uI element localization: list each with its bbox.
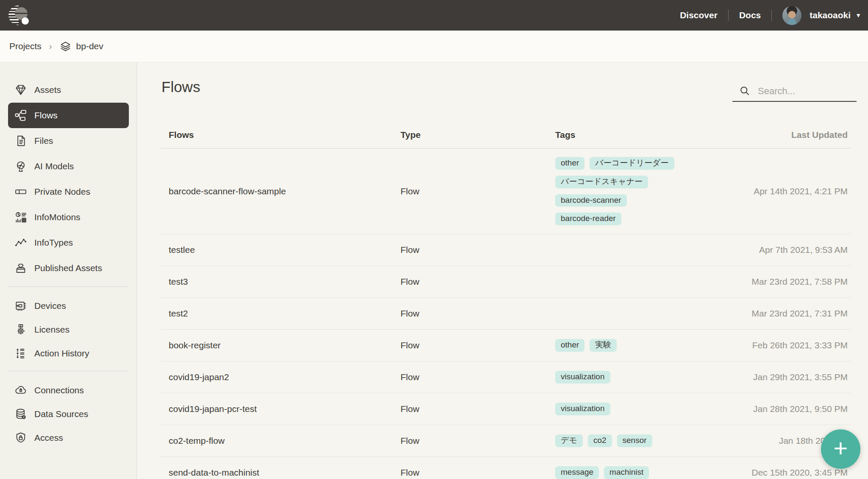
flow-type: Flow — [401, 468, 555, 478]
tag-chip: 実験 — [590, 339, 617, 352]
sidebar-item-label: Licenses — [34, 325, 70, 335]
ai-model-icon — [14, 160, 27, 173]
sidebar-item-files[interactable]: Files — [8, 128, 129, 154]
flow-last-updated: Mar 23rd 2021, 7:58 PM — [737, 277, 848, 287]
sidebar-item-private-nodes[interactable]: Private Nodes — [8, 179, 129, 204]
user-menu[interactable]: takaoaoki — [810, 10, 851, 20]
flow-name[interactable]: book-register — [169, 340, 401, 350]
flow-type: Flow — [401, 186, 555, 196]
flow-last-updated: Apr 7th 2021, 9:53 AM — [737, 245, 848, 255]
sidebar-item-ai-models[interactable]: AI Models — [8, 154, 129, 179]
sidebar-item-data-sources[interactable]: Data Sources — [8, 402, 129, 426]
table-row[interactable]: covid19-japan-pcr-test Flow visualizatio… — [160, 393, 851, 425]
sidebar-item-label: Devices — [34, 301, 66, 311]
table-body: barcode-scanner-flow-sample Flow otherバー… — [160, 148, 851, 479]
connection-icon — [14, 384, 27, 397]
page-title: Flows — [161, 78, 200, 95]
tag-chip: visualization — [555, 403, 610, 415]
sidebar-item-label: Access — [34, 433, 63, 443]
flow-tags: visualization — [555, 371, 737, 384]
tag-chip: message — [555, 466, 599, 479]
tag-chip: visualization — [555, 371, 610, 384]
flow-name[interactable]: barcode-scanner-flow-sample — [169, 186, 401, 196]
enebular-logo-icon[interactable] — [8, 4, 31, 26]
device-icon — [14, 300, 27, 312]
sidebar-item-label: InfoMotions — [34, 212, 81, 222]
node-icon — [14, 185, 27, 198]
sidebar-item-connections[interactable]: Connections — [8, 378, 129, 402]
table-row[interactable]: co2-temp-flow Flow デモco2sensor Jan 18th … — [160, 425, 851, 457]
layers-icon — [60, 41, 71, 52]
table-row[interactable]: barcode-scanner-flow-sample Flow otherバー… — [160, 148, 851, 234]
sidebar-item-label: Files — [34, 136, 53, 146]
nav-discover[interactable]: Discover — [680, 10, 718, 20]
flow-type: Flow — [401, 245, 555, 255]
sidebar-item-label: Connections — [34, 385, 84, 395]
sidebar-divider — [8, 371, 128, 371]
table-row[interactable]: covid19-japan2 Flow visualization Jan 29… — [160, 361, 851, 393]
user-avatar[interactable] — [782, 6, 801, 25]
tag-chip: デモ — [555, 434, 583, 447]
sidebar-divider — [8, 286, 128, 287]
nav-docs[interactable]: Docs — [739, 10, 761, 20]
table-row[interactable]: testlee Flow Apr 7th 2021, 9:53 AM — [160, 234, 851, 266]
flow-name[interactable]: covid19-japan2 — [169, 372, 401, 382]
access-icon — [14, 431, 27, 444]
logo-dot — [22, 17, 29, 25]
add-flow-button[interactable]: + — [821, 429, 860, 469]
nav-divider — [771, 10, 772, 21]
flow-tags: otherバーコードリーダーバーコードスキャナーbarcode-scannerb… — [555, 157, 737, 225]
sidebar-item-label: Flows — [34, 110, 58, 120]
sidebar-item-label: InfoTypes — [34, 238, 73, 248]
action-history-icon — [14, 347, 27, 360]
sidebar-item-infomotions[interactable]: InfoMotions — [8, 204, 129, 230]
sidebar-item-assets[interactable]: Assets — [8, 77, 129, 103]
breadcrumb-project: bp-dev — [76, 41, 103, 51]
sidebar-item-published-assets[interactable]: Published Assets — [8, 255, 129, 281]
breadcrumb-projects[interactable]: Projects — [9, 41, 42, 51]
table-row[interactable]: book-register Flow other実験 Feb 26th 2021… — [160, 330, 851, 361]
sidebar-item-licenses[interactable]: Licenses — [8, 318, 129, 342]
flow-name[interactable]: send-data-to-machinist — [169, 468, 401, 478]
tag-chip: other — [555, 339, 584, 352]
app-window: Discover Docs takaoaoki ▼ Projects › bp-… — [0, 0, 868, 479]
table-row[interactable]: send-data-to-machinist Flow messagemachi… — [160, 457, 851, 479]
tag-chip: co2 — [588, 434, 612, 447]
table-header-row: Flows Type Tags Last Updated — [160, 122, 851, 148]
chevron-down-icon[interactable]: ▼ — [855, 12, 861, 19]
flow-last-updated: Jan 28th 2021, 9:50 PM — [737, 404, 848, 414]
sidebar-item-action-history[interactable]: Action History — [8, 342, 129, 365]
flow-name[interactable]: testlee — [169, 245, 401, 255]
sidebar-item-devices[interactable]: Devices — [8, 294, 129, 318]
tag-chip: barcode-reader — [555, 213, 621, 225]
sidebar-item-label: Data Sources — [34, 409, 88, 419]
flow-type: Flow — [401, 436, 555, 446]
sidebar-item-access[interactable]: Access — [8, 426, 129, 450]
sidebar-item-label: Published Assets — [34, 263, 102, 273]
topbar: Discover Docs takaoaoki ▼ — [0, 0, 868, 31]
tag-chip: machinist — [604, 466, 649, 479]
sidebar-item-label: AI Models — [34, 161, 74, 171]
top-navigation: Discover Docs takaoaoki ▼ — [680, 6, 861, 25]
tag-chip: バーコードリーダー — [590, 157, 674, 170]
sidebar-item-infotypes[interactable]: InfoTypes — [8, 230, 129, 255]
search-input[interactable] — [758, 86, 838, 97]
table-row[interactable]: test3 Flow Mar 23rd 2021, 7:58 PM — [160, 266, 851, 298]
flow-tags: デモco2sensor — [555, 434, 737, 447]
sidebar-item-flows[interactable]: Flows — [8, 103, 129, 128]
flow-type: Flow — [401, 308, 555, 319]
search-icon — [739, 85, 751, 97]
flow-tags: other実験 — [555, 339, 737, 352]
flow-type: Flow — [401, 404, 555, 414]
flow-name[interactable]: co2-temp-flow — [169, 436, 401, 446]
tag-chip: バーコードスキャナー — [555, 176, 648, 188]
flow-name[interactable]: covid19-japan-pcr-test — [169, 404, 401, 414]
column-header-last-updated: Last Updated — [737, 130, 848, 140]
flow-name[interactable]: test3 — [169, 277, 401, 287]
license-icon — [14, 323, 27, 336]
flow-type: Flow — [401, 277, 555, 287]
table-row[interactable]: test2 Flow Mar 23rd 2021, 7:31 PM — [160, 298, 851, 330]
flow-name[interactable]: test2 — [169, 308, 401, 319]
infomotion-icon — [14, 211, 27, 224]
tag-chip: barcode-scanner — [555, 194, 627, 207]
